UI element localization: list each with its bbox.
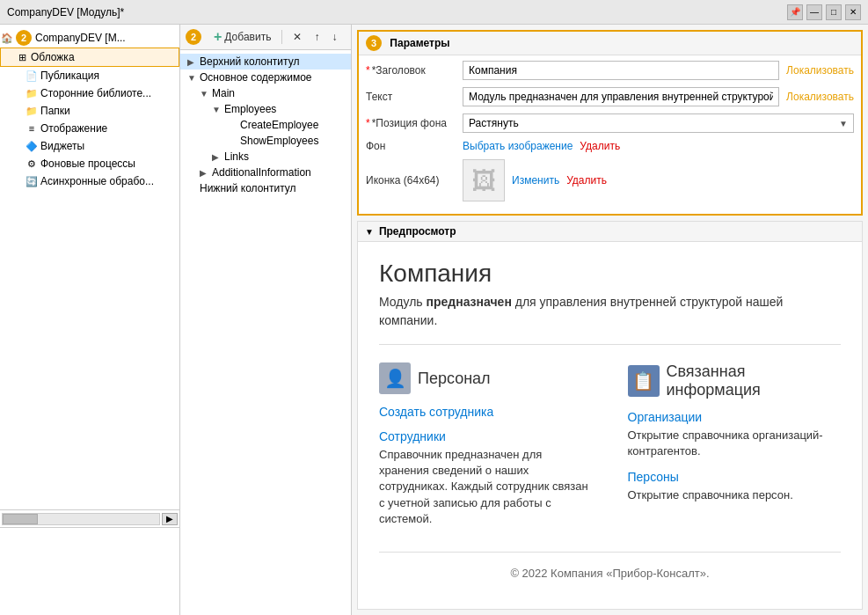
sidebar-item-async[interactable]: 🔄 Асинхронные обрабо... (0, 172, 179, 190)
maximize-button[interactable]: □ (826, 4, 842, 20)
preview-right-col: 📋 Связанная информация Организации Откры… (628, 362, 842, 538)
param-row-bg-pos: *Позиция фона Растянуть ▼ (366, 113, 854, 133)
sidebar-pub-label: Публикация (40, 70, 99, 82)
sidebar-item-widgets[interactable]: 🔷 Виджеты (0, 137, 179, 155)
text-localize-link[interactable]: Локализовать (786, 91, 854, 103)
params-header: 3 Параметры (359, 32, 861, 55)
bg-pos-label: *Позиция фона (366, 117, 463, 129)
preview-left-col-header: 👤 Персонал (379, 362, 593, 394)
main-label: Main (212, 87, 235, 99)
folder-icon-folders: 📁 (25, 104, 39, 118)
content-panel: 3 Параметры *Заголовок Локализовать Текс… (352, 25, 868, 615)
preview-header-label: Предпросмотр (379, 225, 456, 238)
sidebar-item-display[interactable]: ≡ Отображение (0, 120, 179, 137)
list-icon: ≡ (25, 121, 39, 135)
bg-choose-link[interactable]: Выбрать изображение (463, 140, 573, 152)
links-label: Links (224, 150, 249, 163)
scroll-right-btn[interactable]: ▶ (162, 513, 178, 525)
text-label: Текст (366, 91, 463, 103)
params-title: Параметры (390, 37, 449, 49)
window-controls: 📌 — □ ✕ (787, 4, 861, 20)
close-button[interactable]: ✕ (845, 4, 861, 20)
create-employee-label: CreateEmployee (240, 119, 318, 131)
bg-links: Выбрать изображение Удалить (463, 140, 620, 152)
middle-toolbar: 2 + Добавить ✕ ↑ ↓ (180, 25, 351, 50)
sidebar-item-pub[interactable]: 📄 Публикация (0, 67, 179, 84)
bg-label: Фон (366, 140, 463, 152)
additional-arrow: ▶ (200, 168, 212, 178)
preview-persons-link[interactable]: Персоны (628, 470, 842, 484)
sidebar-tree: 🏠 2CompanyDEV [М... ⊞ Обложка 📄 Публикац… (0, 25, 179, 509)
preview-header-bar[interactable]: ▼ Предпросмотр (358, 222, 862, 242)
mtree-item-footer[interactable]: Нижний колонтитул (180, 180, 351, 196)
person-icon: 👤 (379, 362, 411, 394)
mtree-item-header[interactable]: ▶ Верхний колонтитул (180, 54, 351, 70)
move-up-button[interactable]: ↑ (310, 29, 323, 45)
bg-delete-link[interactable]: Удалить (580, 140, 620, 152)
select-arrow-icon: ▼ (834, 119, 853, 128)
preview-employees-desc: Справочник предназначен для хранения све… (379, 447, 593, 527)
icon-delete-link[interactable]: Удалить (566, 174, 607, 187)
preview-columns: 👤 Персонал Создать сотрудника Сотрудники… (379, 362, 841, 538)
preview-title: Компания (379, 260, 841, 288)
preview-orgs: Организации Открытие справочника организ… (628, 410, 842, 459)
add-button[interactable]: + Добавить (210, 27, 274, 47)
scrollbar-thumb[interactable] (3, 514, 38, 524)
preview-right-col-header: 📋 Связанная информация (628, 362, 842, 399)
titlebar: CompanyDEV [Модуль]* 📌 — □ ✕ (0, 0, 868, 25)
sidebar-item-root[interactable]: 🏠 2CompanyDEV [М... (0, 28, 179, 48)
gear-icon: ⚙ (25, 157, 39, 171)
preview-employees-link[interactable]: Сотрудники (379, 429, 593, 443)
mtree-item-links[interactable]: ▶ Links (180, 149, 351, 165)
main-content-label: Основное содержимое (200, 71, 312, 84)
show-employees-label: ShowEmployees (240, 135, 318, 147)
preview-orgs-desc: Открытие справочника организаций-контраг… (628, 428, 842, 459)
bg-pos-select[interactable]: Растянуть (463, 114, 834, 132)
sidebar: 🏠 2CompanyDEV [М... ⊞ Обложка 📄 Публикац… (0, 25, 180, 615)
sidebar-scrollbar: ▶ (0, 509, 179, 527)
move-down-button[interactable]: ↓ (328, 29, 340, 45)
title-localize-link[interactable]: Локализовать (786, 64, 854, 77)
pin-button[interactable]: 📌 (787, 4, 803, 20)
sidebar-item-bg-processes[interactable]: ⚙ Фоновые процессы (0, 155, 179, 172)
preview-right-col-title: Связанная информация (667, 362, 842, 399)
delete-button[interactable]: ✕ (289, 29, 305, 45)
icon-change-link[interactable]: Изменить (512, 174, 559, 187)
badge-1: 2 (16, 30, 32, 46)
mtree-item-create-employee[interactable]: CreateEmployee (180, 117, 351, 133)
sidebar-item-cover[interactable]: ⊞ Обложка (0, 48, 179, 67)
text-input[interactable] (463, 87, 779, 106)
preview-orgs-link[interactable]: Организации (628, 410, 842, 424)
sidebar-display-label: Отображение (40, 122, 107, 135)
middle-tree: ▶ Верхний колонтитул ▼ Основное содержим… (180, 50, 351, 615)
preview-create-link[interactable]: Создать сотрудника (379, 405, 593, 419)
title-input[interactable] (463, 61, 779, 80)
params-section: 3 Параметры *Заголовок Локализовать Текс… (357, 30, 863, 216)
minimize-button[interactable]: — (806, 4, 822, 20)
scrollbar-track[interactable] (2, 513, 160, 525)
doc-icon: 📄 (25, 69, 39, 83)
links-arrow: ▶ (212, 152, 224, 162)
sidebar-folders-label: Папки (40, 105, 70, 117)
mtree-item-main-content[interactable]: ▼ Основное содержимое (180, 70, 351, 85)
preview-section: ▼ Предпросмотр Компания Модуль предназна… (357, 221, 863, 610)
book-glyph: 📋 (632, 370, 654, 392)
sidebar-item-libs[interactable]: 📁 Сторонние библиоте... (0, 84, 179, 102)
badge-3: 3 (366, 35, 382, 51)
title-label: *Заголовок (366, 64, 463, 77)
table-icon: ⊞ (15, 50, 29, 64)
up-icon: ↑ (314, 31, 319, 43)
preview-footer: © 2022 Компания «Прибор-Консалт». (379, 552, 841, 594)
down-icon: ↓ (332, 31, 337, 43)
preview-left-col: 👤 Персонал Создать сотрудника Сотрудники… (379, 362, 593, 538)
footer-label: Нижний колонтитул (200, 182, 296, 194)
sidebar-item-folders[interactable]: 📁 Папки (0, 102, 179, 120)
mtree-item-main[interactable]: ▼ Main (180, 85, 351, 101)
sidebar-cover-label: Обложка (31, 51, 75, 63)
mtree-item-show-employees[interactable]: ShowEmployees (180, 133, 351, 149)
mtree-item-employees[interactable]: ▼ Employees (180, 101, 351, 117)
mtree-item-additional[interactable]: ▶ AdditionalInformation (180, 165, 351, 180)
delete-icon: ✕ (293, 31, 302, 43)
preview-persons-desc: Открытие справочника персон. (628, 487, 842, 503)
icon-links: Изменить Удалить (512, 174, 607, 187)
